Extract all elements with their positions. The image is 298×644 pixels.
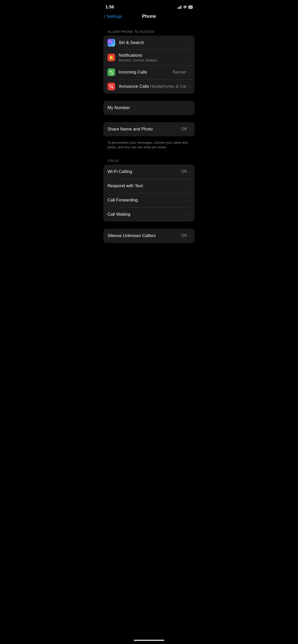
respond-with-text-content: Respond with Text [107, 183, 189, 188]
notifications-bell-icon: 🔔 [109, 55, 114, 60]
incoming-calls-right: Banner › [173, 70, 191, 75]
section-label-calls: CALLS [103, 159, 195, 163]
respond-with-text-title: Respond with Text [107, 183, 189, 188]
section-label-allow-access: ALLOW PHONE TO ACCESS [103, 30, 195, 34]
notifications-title: Notifications [119, 53, 189, 58]
my-number-content: My Number [107, 105, 191, 110]
call-forwarding-content: Call Forwarding [107, 198, 189, 203]
call-waiting-right: › [189, 212, 191, 217]
silence-unknown-card: Silence Unknown Callers Off › [103, 229, 195, 243]
incoming-calls-title: Incoming Calls [119, 70, 173, 75]
nav-bar: ‹ Settings Phone [99, 13, 199, 22]
status-bar: 1:56 65 [99, 0, 199, 13]
announce-calls-right: Headphones & Car › [150, 84, 191, 89]
siri-icon [107, 39, 115, 47]
wifi-calling-content: Wi-Fi Calling [107, 169, 181, 174]
phone-incoming-icon [109, 70, 114, 75]
announce-calls-item[interactable]: Announce Calls Headphones & Car › [103, 79, 195, 94]
call-waiting-chevron-icon: › [189, 212, 191, 217]
notifications-item[interactable]: 🔔 Notifications Banners, Sounds, Badges … [103, 50, 195, 65]
respond-with-text-item[interactable]: Respond with Text › [103, 179, 195, 193]
my-number-card: My Number [103, 101, 195, 115]
share-name-photo-chevron-icon: › [189, 127, 191, 131]
battery-level: 65 [188, 6, 193, 9]
notifications-content: Notifications Banners, Sounds, Badges [119, 53, 189, 62]
silence-unknown-title: Silence Unknown Callers [107, 233, 181, 238]
notifications-subtitle: Banners, Sounds, Badges [119, 58, 189, 62]
call-forwarding-right: › [189, 198, 191, 202]
allow-access-card: Siri & Search › 🔔 Notifications Banners,… [103, 36, 195, 94]
call-forwarding-title: Call Forwarding [107, 198, 189, 203]
wifi-calling-chevron-icon: › [189, 170, 191, 174]
siri-search-right: › [189, 41, 191, 45]
content-area: ALLOW PHONE TO ACCESS Siri & Search › [99, 22, 199, 260]
silence-unknown-item[interactable]: Silence Unknown Callers Off › [103, 229, 195, 243]
siri-search-chevron-icon: › [189, 41, 191, 45]
share-name-photo-description: To personalise your messages, choose you… [103, 138, 195, 154]
wifi-calling-item[interactable]: Wi-Fi Calling Off › [103, 165, 195, 179]
incoming-calls-value: Banner [173, 70, 187, 75]
back-label: Settings [106, 14, 122, 19]
call-waiting-title: Call Waiting [107, 212, 189, 217]
silence-unknown-content: Silence Unknown Callers [107, 233, 181, 238]
wifi-icon [183, 6, 187, 9]
silence-unknown-right: Off › [181, 233, 191, 238]
back-button[interactable]: ‹ Settings [103, 14, 122, 19]
incoming-calls-item[interactable]: Incoming Calls Banner › [103, 65, 195, 79]
wifi-calling-right: Off › [181, 169, 191, 174]
announce-calls-chevron-icon: › [189, 84, 191, 89]
announce-calls-content: Announce Calls [119, 84, 150, 89]
wifi-calling-title: Wi-Fi Calling [107, 169, 181, 174]
incoming-calls-chevron-icon: › [189, 70, 191, 75]
share-name-photo-content: Share Name and Photo [107, 127, 181, 132]
share-name-photo-right: Off › [181, 127, 191, 132]
silence-unknown-chevron-icon: › [189, 234, 191, 238]
back-chevron-icon: ‹ [103, 13, 105, 19]
share-name-photo-card: Share Name and Photo Off › [103, 122, 195, 136]
siri-search-content: Siri & Search [119, 40, 189, 45]
calls-card: Wi-Fi Calling Off › Respond with Text › … [103, 165, 195, 222]
siri-search-item[interactable]: Siri & Search › [103, 36, 195, 50]
page-title: Phone [142, 14, 156, 19]
call-waiting-item[interactable]: Call Waiting › [103, 207, 195, 222]
incoming-calls-content: Incoming Calls [119, 70, 173, 75]
announce-calls-value: Headphones & Car [150, 84, 187, 89]
share-name-photo-title: Share Name and Photo [107, 127, 181, 132]
siri-search-title: Siri & Search [119, 40, 189, 45]
silence-unknown-section: Silence Unknown Callers Off › [103, 229, 195, 243]
notifications-chevron-icon: › [189, 55, 191, 60]
call-waiting-content: Call Waiting [107, 212, 189, 217]
call-forwarding-item[interactable]: Call Forwarding › [103, 193, 195, 207]
share-name-photo-value: Off [181, 127, 187, 132]
status-icons: 65 [177, 5, 193, 9]
signal-bars-icon [177, 5, 181, 9]
wifi-calling-value: Off [181, 169, 187, 174]
notifications-icon: 🔔 [107, 54, 115, 61]
notifications-right: › [189, 55, 191, 60]
my-number-item[interactable]: My Number [103, 101, 195, 115]
my-number-title: My Number [107, 105, 191, 110]
incoming-calls-icon [107, 68, 115, 76]
battery-indicator: 65 [188, 6, 193, 9]
svg-point-3 [111, 41, 112, 44]
call-forwarding-chevron-icon: › [189, 198, 191, 202]
respond-with-text-right: › [189, 184, 191, 188]
announce-calls-phone-icon [109, 84, 114, 89]
respond-with-text-chevron-icon: › [189, 184, 191, 188]
status-time: 1:56 [105, 5, 114, 10]
announce-calls-icon [107, 83, 115, 90]
share-name-photo-item[interactable]: Share Name and Photo Off › [103, 122, 195, 136]
siri-graphic [109, 40, 114, 45]
announce-calls-title: Announce Calls [119, 84, 150, 89]
silence-unknown-value: Off [181, 233, 187, 238]
